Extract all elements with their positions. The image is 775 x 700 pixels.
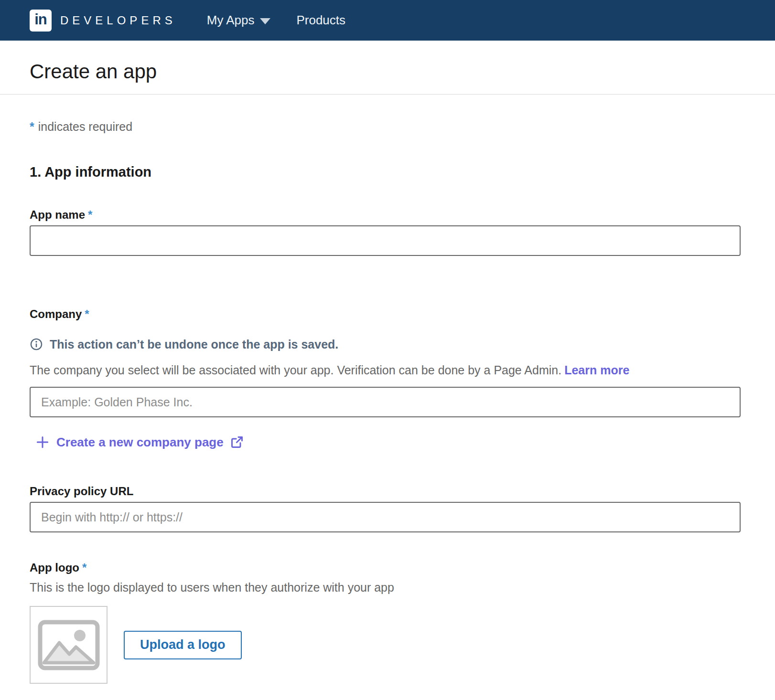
company-warning: This action can’t be undone once the app… [30,337,741,351]
create-app-form: *indicates required 1. App information A… [0,95,775,684]
top-navbar: in DEVELOPERS My Apps Products [0,0,775,41]
app-name-label: App name* [30,208,741,222]
section-heading-app-information: 1. App information [30,163,741,180]
page-title: Create an app [30,60,745,84]
upload-logo-button[interactable]: Upload a logo [124,631,242,659]
app-logo-label-text: App logo [30,561,79,574]
app-name-input[interactable] [30,225,741,256]
chevron-down-icon [260,18,270,24]
required-asterisk: * [30,120,34,133]
learn-more-link[interactable]: Learn more [564,363,629,377]
external-link-icon [230,435,244,449]
nav-products-label: Products [296,13,345,28]
company-warning-text: This action can’t be undone once the app… [50,337,338,351]
privacy-policy-input[interactable] [30,502,741,532]
company-input[interactable] [30,387,741,417]
company-label: Company* [30,308,741,321]
app-name-label-text: App name [30,208,85,221]
privacy-policy-label: Privacy policy URL [30,485,741,498]
plus-icon [35,435,50,449]
app-logo-row: Upload a logo [30,606,741,684]
company-label-text: Company [30,308,82,320]
linkedin-logo[interactable]: in [30,10,52,32]
nav-products[interactable]: Products [296,13,345,28]
required-asterisk: * [82,561,86,574]
company-description: The company you select will be associate… [30,363,741,377]
privacy-policy-label-text: Privacy policy URL [30,485,133,498]
app-logo-description: This is the logo displayed to users when… [30,580,741,594]
app-logo-label: App logo* [30,561,741,574]
image-placeholder-icon [38,620,100,670]
nav-my-apps-label: My Apps [207,13,255,28]
required-asterisk: * [85,308,89,320]
nav-my-apps[interactable]: My Apps [207,13,271,28]
app-logo-preview [30,606,108,684]
info-icon [30,338,43,351]
required-asterisk: * [88,208,92,221]
create-company-page-label: Create a new company page [56,435,224,450]
company-description-text: The company you select will be associate… [30,363,561,377]
required-note-text: indicates required [38,120,132,133]
required-note: *indicates required [30,119,741,134]
create-company-page-link[interactable]: Create a new company page [35,435,244,450]
page-header: Create an app [0,41,775,95]
brand-developers: DEVELOPERS [60,14,176,27]
linkedin-logo-text: in [34,12,47,29]
